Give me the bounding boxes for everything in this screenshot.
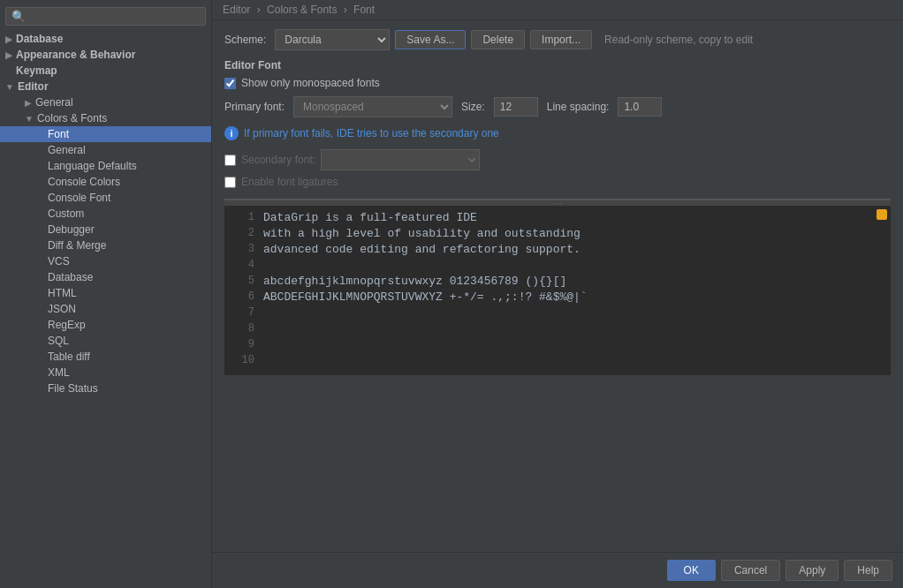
sidebar-item-language-defaults[interactable]: ▶ Language Defaults — [0, 158, 211, 174]
sidebar-item-sql[interactable]: ▶ SQL — [0, 333, 211, 349]
sidebar-item-colors-fonts[interactable]: ▼ Colors & Fonts — [0, 110, 211, 126]
sidebar-item-label: Console Font — [48, 192, 110, 204]
sidebar-item-database2[interactable]: ▶ Database — [0, 269, 211, 285]
scheme-select[interactable]: DarculaDefaultHigh Contrast — [275, 29, 390, 50]
sidebar-item-console-colors[interactable]: ▶ Console Colors — [0, 174, 211, 190]
primary-font-select[interactable]: Monospaced — [293, 96, 452, 117]
sidebar-item-label: File Status — [48, 382, 98, 395]
sidebar-item-console-font[interactable]: ▶ Console Font — [0, 190, 211, 206]
sidebar-item-regexp[interactable]: ▶ RegExp — [0, 317, 211, 333]
sidebar-item-label: VCS — [48, 255, 70, 268]
sidebar-item-label: Database — [16, 33, 63, 45]
search-input[interactable] — [29, 11, 200, 23]
sidebar-item-label: JSON — [48, 303, 76, 315]
readonly-note: Read-only scheme, copy to edit — [604, 34, 753, 46]
sidebar-item-vcs[interactable]: ▶ VCS — [0, 253, 211, 269]
sidebar-item-database[interactable]: ▶ Database — [0, 31, 211, 47]
size-label: Size: — [461, 101, 485, 113]
arrow-icon: ▼ — [25, 114, 34, 124]
secondary-font-checkbox[interactable] — [224, 155, 236, 166]
breadcrumb-sep2: › — [344, 4, 347, 16]
primary-font-label: Primary font: — [224, 101, 285, 113]
line-spacing-label: Line spacing: — [547, 101, 610, 113]
enable-ligatures-checkbox[interactable] — [224, 177, 236, 188]
show-monospaced-row: Show only monospaced fonts — [224, 77, 891, 89]
line-number: 7 — [230, 306, 254, 319]
show-monospaced-checkbox[interactable] — [224, 78, 236, 89]
secondary-font-label[interactable]: Secondary font: — [241, 154, 315, 166]
sidebar: 🔍 ▶ Database ▶ Appearance & Behavior ▶ K… — [0, 0, 212, 588]
info-icon: i — [224, 126, 239, 140]
breadcrumb-sep1: › — [257, 4, 261, 16]
line-content: DataGrip is a full-featured IDE — [263, 211, 477, 224]
sidebar-item-keymap[interactable]: ▶ Keymap — [0, 63, 211, 79]
line-number: 4 — [230, 259, 254, 271]
breadcrumb-font: Font — [353, 4, 375, 16]
sidebar-item-label: General — [35, 96, 73, 109]
content-area: Editor › Colors & Fonts › Font Scheme: D… — [212, 0, 903, 588]
main-layout: 🔍 ▶ Database ▶ Appearance & Behavior ▶ K… — [0, 0, 903, 588]
sidebar-item-debugger[interactable]: ▶ Debugger — [0, 222, 211, 237]
secondary-font-select[interactable] — [321, 149, 480, 170]
size-input[interactable] — [494, 97, 538, 117]
primary-font-row: Primary font: Monospaced Size: Line spac… — [224, 96, 891, 117]
breadcrumb-editor: Editor — [223, 4, 250, 16]
arrow-icon: ▶ — [5, 34, 12, 44]
line-number: 8 — [230, 322, 254, 335]
save-as-button[interactable]: Save As... — [395, 30, 466, 49]
code-line-8: 8 — [224, 322, 891, 338]
sidebar-item-appearance[interactable]: ▶ Appearance & Behavior — [0, 47, 211, 63]
line-content: ABCDEFGHIJKLMNOPQRSTUVWXYZ +-*/= .,;:!? … — [263, 290, 588, 304]
code-line-7: 7 — [224, 306, 891, 322]
line-number: 2 — [230, 227, 254, 239]
code-line-3: 3 advanced code editing and refactoring … — [224, 243, 891, 259]
search-bar[interactable]: 🔍 — [5, 7, 206, 26]
sidebar-item-font[interactable]: ▶ Font — [0, 126, 211, 142]
sidebar-item-table-diff[interactable]: ▶ Table diff — [0, 349, 211, 365]
sidebar-item-editor[interactable]: ▼ Editor — [0, 79, 211, 94]
arrow-icon: ▼ — [5, 82, 14, 92]
info-text: If primary font fails, IDE tries to use … — [244, 127, 499, 139]
arrow-icon: ▶ — [25, 98, 32, 108]
enable-ligatures-label[interactable]: Enable font ligatures — [241, 176, 338, 188]
sidebar-item-diff-merge[interactable]: ▶ Diff & Merge — [0, 237, 211, 253]
sidebar-item-html[interactable]: ▶ HTML — [0, 285, 211, 301]
sidebar-item-custom[interactable]: ▶ Custom — [0, 206, 211, 222]
scheme-label: Scheme: — [224, 34, 266, 46]
orange-dot — [876, 209, 887, 220]
cancel-button[interactable]: Cancel — [721, 560, 780, 581]
show-monospaced-label[interactable]: Show only monospaced fonts — [241, 77, 380, 89]
line-number: 6 — [230, 290, 254, 303]
delete-button[interactable]: Delete — [471, 30, 525, 49]
code-line-6: 6 ABCDEFGHIJKLMNOPQRSTUVWXYZ +-*/= .,;:!… — [224, 290, 891, 306]
help-button[interactable]: Help — [844, 560, 892, 581]
import-button[interactable]: Import... — [530, 30, 592, 49]
sidebar-item-label: Table diff — [48, 351, 90, 363]
bottom-bar: OK Cancel Apply Help — [212, 552, 903, 588]
sidebar-item-general2[interactable]: ▶ General — [0, 142, 211, 158]
line-number: 9 — [230, 338, 254, 351]
line-number: 3 — [230, 243, 254, 255]
sidebar-item-label: Console Colors — [48, 176, 120, 188]
breadcrumb-colors-fonts: Colors & Fonts — [267, 4, 337, 16]
sidebar-item-label: Language Defaults — [48, 160, 137, 172]
sidebar-item-general[interactable]: ▶ General — [0, 94, 211, 110]
code-line-5: 5 abcdefghijklmnopqrstuvwxyz 0123456789 … — [224, 275, 891, 290]
code-line-2: 2 with a high level of usability and out… — [224, 227, 891, 243]
sidebar-item-file-status[interactable]: ▶ File Status — [0, 381, 211, 396]
sidebar-item-label: Debugger — [48, 223, 95, 236]
ok-button[interactable]: OK — [667, 560, 716, 581]
sidebar-item-xml[interactable]: ▶ XML — [0, 365, 211, 381]
breadcrumb: Editor › Colors & Fonts › Font — [212, 0, 903, 20]
line-number: 10 — [230, 354, 254, 366]
sidebar-item-label: General — [48, 144, 86, 156]
apply-button[interactable]: Apply — [785, 560, 838, 581]
sidebar-item-label: RegExp — [48, 319, 86, 331]
sidebar-item-label: Colors & Fonts — [37, 112, 107, 124]
sidebar-item-json[interactable]: ▶ JSON — [0, 301, 211, 317]
code-line-1: 1 DataGrip is a full-featured IDE — [224, 211, 891, 227]
line-number: 1 — [230, 211, 254, 223]
info-row: i If primary font fails, IDE tries to us… — [224, 126, 891, 140]
line-spacing-input[interactable] — [618, 97, 662, 117]
preview-wrapper: 1 DataGrip is a full-featured IDE 2 with… — [224, 199, 891, 543]
